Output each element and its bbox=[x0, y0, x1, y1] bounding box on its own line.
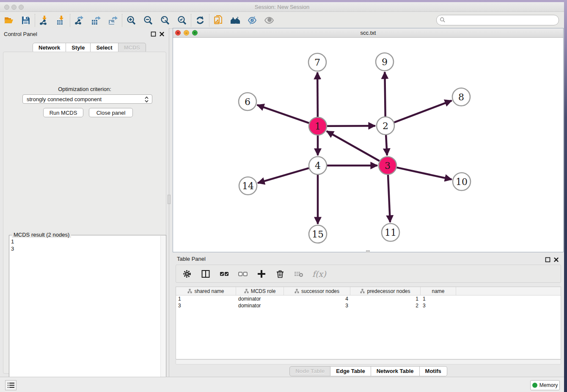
save-session-icon[interactable] bbox=[20, 15, 31, 26]
zoom-out-icon[interactable] bbox=[143, 15, 154, 26]
graph-edge-1-6[interactable] bbox=[257, 105, 309, 123]
graph-edge-2-9[interactable] bbox=[385, 72, 385, 116]
network-resize-handle[interactable] bbox=[366, 250, 370, 252]
cell-successor-nodes: 3 bbox=[284, 302, 350, 309]
network-graph-canvas[interactable]: 7968124314101511 bbox=[173, 38, 563, 252]
graph-node-10[interactable]: 10 bbox=[453, 173, 471, 190]
graph-edge-2-3[interactable] bbox=[386, 135, 387, 155]
delete-column-icon[interactable] bbox=[275, 269, 285, 279]
column-type-icon bbox=[244, 289, 249, 293]
graph-edge-1-2[interactable] bbox=[327, 126, 375, 126]
float-table-panel-icon[interactable] bbox=[545, 257, 550, 262]
graph-node-14[interactable]: 14 bbox=[239, 177, 257, 195]
mcds-result-legend: MCDS result (2 nodes) bbox=[12, 232, 71, 238]
new-network-icon[interactable] bbox=[213, 15, 224, 26]
tab-edge-table[interactable]: Edge Table bbox=[330, 366, 371, 376]
close-panel-icon[interactable] bbox=[159, 31, 165, 37]
graph-edge-3-1[interactable] bbox=[327, 131, 380, 161]
graph-node-4[interactable]: 4 bbox=[309, 157, 327, 174]
deselect-all-icon[interactable] bbox=[238, 269, 248, 279]
memory-button[interactable]: Memory bbox=[530, 380, 560, 390]
hide-selected-icon[interactable] bbox=[247, 15, 258, 26]
graph-node-6[interactable]: 6 bbox=[239, 93, 256, 110]
import-table-icon[interactable] bbox=[55, 15, 66, 26]
graph-node-11[interactable]: 11 bbox=[382, 224, 399, 241]
tab-node-table[interactable]: Node Table bbox=[289, 366, 330, 376]
criterion-value: strongly connected component bbox=[27, 96, 102, 102]
wallpaper-right bbox=[564, 0, 567, 392]
graph-node-label: 9 bbox=[382, 57, 388, 67]
apply-layout-icon[interactable] bbox=[195, 15, 206, 26]
graph-node-label: 1 bbox=[315, 121, 321, 132]
column-settings-icon[interactable] bbox=[182, 269, 192, 279]
graph-edge-3-10[interactable] bbox=[396, 168, 451, 179]
window-titlebar: Session: New Session bbox=[0, 2, 564, 12]
table-horizontal-scrollbar[interactable] bbox=[176, 359, 561, 364]
table-panel-title: Table Panel bbox=[177, 256, 206, 262]
cell-mcds-role: dominator bbox=[236, 295, 284, 302]
float-panel-icon[interactable] bbox=[151, 31, 156, 37]
column-header-name[interactable]: name bbox=[421, 287, 456, 295]
cell-predecessor-nodes: 1 bbox=[350, 295, 421, 302]
graph-node-15[interactable]: 15 bbox=[309, 225, 327, 243]
graph-node-9[interactable]: 9 bbox=[376, 53, 394, 71]
graph-node-1[interactable]: 1 bbox=[309, 117, 327, 135]
show-selected-icon[interactable] bbox=[264, 15, 275, 26]
graph-node-8[interactable]: 8 bbox=[452, 88, 470, 106]
table-row[interactable]: 1 dominator 4 1 1 bbox=[176, 295, 561, 302]
graph-edge-4-14[interactable] bbox=[258, 168, 309, 183]
node-table[interactable]: shared name MCDS role successor nodes pr… bbox=[176, 287, 561, 359]
column-view-icon[interactable] bbox=[201, 269, 211, 279]
function-builder-icon[interactable]: f(x) bbox=[312, 269, 326, 279]
tab-network-table[interactable]: Network Table bbox=[371, 366, 420, 376]
cell-name: 1 bbox=[421, 295, 456, 302]
mcds-tab-content: Optimization criterion: strongly connect… bbox=[3, 52, 166, 374]
export-network-icon[interactable] bbox=[74, 15, 85, 26]
graph-node-7[interactable]: 7 bbox=[308, 53, 326, 71]
graph-node-label: 10 bbox=[456, 177, 468, 187]
memory-status-icon bbox=[532, 383, 537, 388]
column-header-predecessor-nodes[interactable]: predecessor nodes bbox=[350, 287, 421, 295]
graph-node-label: 15 bbox=[312, 229, 324, 240]
cell-mcds-role: dominator bbox=[236, 302, 284, 309]
search-input[interactable] bbox=[436, 15, 559, 25]
criterion-select[interactable]: strongly connected component bbox=[22, 94, 152, 104]
close-table-panel-icon[interactable] bbox=[553, 257, 559, 262]
graph-node-2[interactable]: 2 bbox=[377, 117, 394, 135]
column-header-shared-name[interactable]: shared name bbox=[176, 287, 236, 295]
zoom-selected-icon[interactable] bbox=[176, 15, 187, 26]
cell-shared-name: 1 bbox=[176, 295, 236, 302]
graph-edge-3-11[interactable] bbox=[388, 175, 390, 222]
graph-edge-2-8[interactable] bbox=[394, 101, 452, 123]
graph-node-label: 14 bbox=[242, 181, 254, 191]
table-panel: Table Panel bbox=[173, 253, 564, 378]
open-session-icon[interactable] bbox=[3, 15, 14, 26]
add-column-icon[interactable] bbox=[256, 269, 267, 279]
graph-node-label: 3 bbox=[385, 160, 391, 171]
graph-node-3[interactable]: 3 bbox=[379, 157, 396, 174]
import-network-icon[interactable] bbox=[39, 15, 50, 26]
graph-node-label: 8 bbox=[458, 92, 464, 102]
result-scrollbar[interactable] bbox=[160, 236, 165, 392]
column-header-successor-nodes[interactable]: successor nodes bbox=[284, 287, 350, 295]
task-history-button[interactable] bbox=[5, 380, 17, 390]
export-table-icon[interactable] bbox=[91, 15, 102, 26]
zoom-in-icon[interactable] bbox=[126, 15, 137, 26]
close-panel-button[interactable]: Close panel bbox=[89, 108, 133, 117]
delete-table-icon[interactable] bbox=[294, 269, 304, 279]
tab-motifs[interactable]: Motifs bbox=[420, 366, 447, 376]
column-header-mcds-role[interactable]: MCDS role bbox=[236, 287, 284, 295]
zoom-fit-icon[interactable] bbox=[160, 15, 171, 26]
show-all-icon[interactable] bbox=[230, 15, 241, 26]
select-all-icon[interactable] bbox=[219, 269, 229, 279]
graph-edge-1-7[interactable] bbox=[317, 72, 318, 117]
panel-splitter-handle[interactable] bbox=[168, 195, 171, 204]
network-window-titlebar: ✕ − + scc.txt bbox=[173, 28, 563, 38]
export-image-icon[interactable] bbox=[107, 15, 118, 26]
graph-node-label: 6 bbox=[245, 97, 250, 107]
cell-shared-name: 3 bbox=[176, 302, 236, 309]
table-row[interactable]: 3 dominator 3 2 3 bbox=[176, 302, 561, 309]
search-icon bbox=[440, 17, 446, 23]
graph-node-label: 2 bbox=[383, 121, 388, 131]
run-mcds-button[interactable]: Run MCDS bbox=[43, 108, 83, 117]
